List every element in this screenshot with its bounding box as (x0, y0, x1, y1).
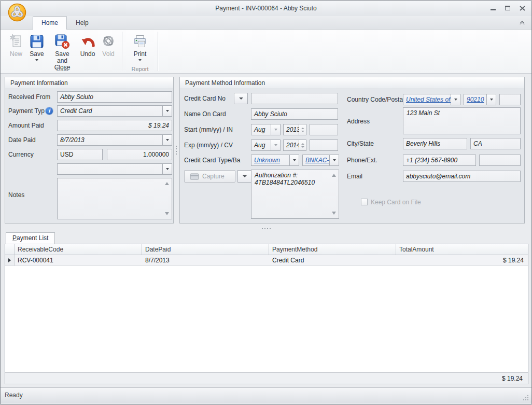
dropdown-arrow-icon[interactable] (451, 94, 460, 105)
info-icon[interactable] (46, 107, 53, 115)
currency-label: Currency (8, 149, 34, 160)
payment-type-combobox[interactable]: Credit Card (57, 105, 172, 117)
payment-list-grid: ReceivableCode DatePaid PaymentMethod To… (5, 244, 528, 384)
keep-card-checkbox[interactable] (361, 199, 368, 205)
ribbon-group-report: Print Report (123, 30, 157, 73)
exp-year-spinner[interactable]: 2014 (283, 139, 306, 151)
undo-button[interactable]: Undo (77, 31, 98, 58)
card-type-link[interactable]: Unknown (254, 157, 280, 164)
ribbon-group-separator (158, 32, 158, 71)
dropdown-arrow-icon[interactable] (162, 135, 172, 145)
dropdown-arrow-icon[interactable] (271, 124, 280, 135)
keep-card-label: Keep Card on File (371, 197, 421, 207)
save-button[interactable]: Save (26, 31, 47, 61)
window-title: Payment - INV-000064 - Abby Sciuto (1, 5, 531, 12)
exp-date-label: Exp (mm/yy) / CV (184, 139, 233, 151)
currency-code-input[interactable]: USD (57, 149, 103, 160)
status-text: Ready (5, 392, 23, 399)
scroll-down-icon[interactable] (332, 212, 336, 215)
exp-month-combobox[interactable]: Aug (251, 139, 281, 151)
cell-datepaid[interactable]: 8/7/2013 (142, 255, 269, 266)
spinner-arrows-icon[interactable] (299, 140, 306, 150)
grid-selector-header (5, 244, 15, 255)
dropdown-arrow-icon (243, 175, 247, 177)
dropdown-arrow-icon[interactable] (329, 155, 339, 165)
undo-arrow-icon (80, 33, 95, 50)
phone-ext-input[interactable] (479, 155, 521, 166)
tab-help[interactable]: Help (67, 16, 97, 30)
vertical-splitter[interactable] (174, 77, 179, 224)
notes-textarea[interactable] (57, 178, 172, 219)
name-on-card-input[interactable]: Abby Sciuto (251, 108, 338, 120)
ribbon: New Save (1, 30, 531, 74)
email-input[interactable]: abbysciuto@email.com (403, 171, 521, 182)
exp-month-value: Aug (254, 142, 265, 149)
credit-card-icon (190, 173, 199, 180)
horizontal-splitter[interactable] (1, 226, 531, 232)
resize-grip[interactable] (523, 395, 529, 401)
tab-home[interactable]: Home (33, 16, 67, 30)
tab-payment-list[interactable]: Payment List (6, 232, 55, 244)
dropdown-arrow-icon[interactable] (162, 164, 172, 174)
capture-button[interactable]: Capture (184, 170, 235, 183)
date-paid-combobox[interactable]: 8/7/2013 (57, 134, 172, 146)
authorization-textarea[interactable]: Authorization #: 4TB18484TL2046510 (251, 170, 339, 219)
credit-card-no-input[interactable] (251, 93, 338, 104)
dropdown-arrow-icon[interactable] (486, 94, 496, 105)
cv-code-input[interactable] (310, 139, 338, 151)
postal-extra-input[interactable] (499, 94, 521, 105)
scroll-down-icon[interactable] (165, 212, 169, 215)
print-button-label: Print (134, 51, 147, 58)
ribbon-group-report-label: Report (123, 66, 157, 72)
dropdown-arrow-icon[interactable] (162, 106, 172, 116)
column-header-datepaid[interactable]: DatePaid (142, 244, 269, 255)
maximize-button[interactable] (505, 5, 511, 11)
column-header-totalamount[interactable]: TotalAmount (396, 244, 528, 255)
app-window: Payment - INV-000064 - Abby Sciuto (0, 0, 532, 405)
cell-receivablecode[interactable]: RCV-000041 (15, 255, 142, 266)
chevron-up-icon (519, 20, 525, 25)
save-and-close-button[interactable]: Save and Close (47, 31, 77, 71)
row-selector[interactable] (5, 255, 15, 266)
bank-account-combobox[interactable]: BNKAC-00 (302, 155, 339, 166)
dropdown-arrow-icon[interactable] (271, 140, 280, 150)
new-button[interactable]: New (6, 31, 26, 58)
column-header-receivablecode[interactable]: ReceivableCode (15, 244, 142, 255)
void-button-label: Void (102, 51, 114, 58)
dropdown-arrow-icon[interactable] (289, 155, 299, 165)
scroll-up-icon[interactable] (165, 182, 169, 185)
postal-code-link[interactable]: 90210 (467, 96, 484, 103)
collapse-ribbon-button[interactable] (519, 19, 525, 26)
card-type-combobox[interactable]: Unknown (251, 155, 299, 166)
start-month-combobox[interactable]: Aug (251, 124, 281, 135)
cell-totalamount[interactable]: $ 19.24 (396, 255, 528, 266)
start-issue-number-input[interactable] (310, 124, 338, 135)
close-button[interactable] (519, 5, 525, 11)
cell-paymentmethod[interactable]: Credit Card (269, 255, 396, 266)
app-logo-icon[interactable] (7, 3, 27, 24)
capture-dropdown-button[interactable] (237, 170, 251, 183)
column-header-paymentmethod[interactable]: PaymentMethod (269, 244, 396, 255)
spinner-arrows-icon[interactable] (299, 124, 306, 135)
city-input[interactable]: Beverly Hills (403, 138, 467, 149)
postal-code-combobox[interactable]: 90210 (464, 94, 496, 105)
scroll-up-icon[interactable] (332, 174, 336, 177)
void-button[interactable]: Void (98, 31, 119, 58)
start-year-spinner[interactable]: 2013 (283, 124, 306, 135)
minimize-button[interactable] (490, 5, 496, 11)
country-combobox[interactable]: United States of Am (403, 94, 460, 105)
state-input[interactable]: CA (470, 138, 521, 149)
empty-combobox[interactable] (57, 163, 172, 175)
amount-paid-input[interactable]: $ 19.24 (57, 120, 172, 131)
ribbon-group-data-label: Data (4, 66, 121, 72)
phone-input[interactable]: +1 (234) 567-8900 (403, 155, 476, 166)
received-from-input[interactable]: Abby Sciuto (57, 91, 172, 103)
print-button[interactable]: Print (130, 31, 150, 61)
city-state-label: City/State (347, 138, 374, 149)
credit-card-no-dropdown-button[interactable] (234, 93, 248, 104)
grid-footer-total: $ 19.24 (502, 375, 523, 382)
address-textarea[interactable]: 123 Main St (403, 107, 521, 134)
currency-rate-input[interactable]: 1.000000 (107, 149, 172, 160)
date-paid-value: 8/7/2013 (60, 136, 85, 144)
table-row[interactable]: RCV-000041 8/7/2013 Credit Card $ 19.24 (5, 255, 528, 266)
